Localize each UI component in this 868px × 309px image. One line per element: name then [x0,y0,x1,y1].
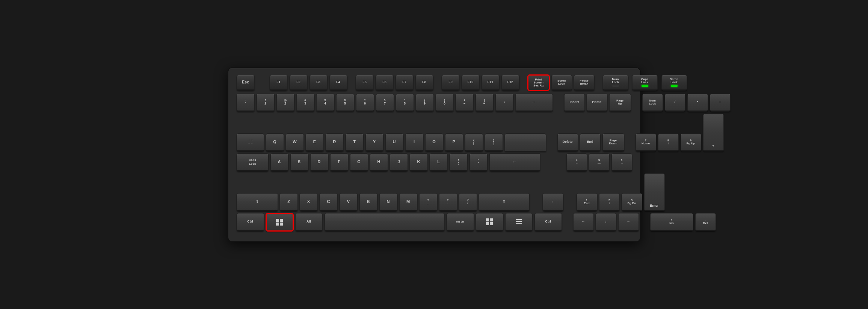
left-alt-key[interactable]: Alt [295,213,323,231]
delete-key[interactable]: Delete [557,133,578,151]
slash-key[interactable]: ? / [459,193,477,211]
0-key[interactable]: ) 0 [436,94,454,112]
open-bracket-key[interactable]: { [ [465,133,483,151]
right-win-key[interactable] [476,213,503,231]
backtick-key[interactable]: ~ ` [237,94,255,112]
f4-key[interactable]: F4 [329,75,347,91]
page-up-key[interactable]: Page Up [609,94,631,112]
page-down-key[interactable]: Page Down [602,133,624,151]
numpad-enter-key[interactable]: Enter [644,173,665,211]
6-key[interactable]: ^ 6 [356,94,374,112]
g-key[interactable]: G [350,153,368,171]
numpad-7-key[interactable]: 7 Home [636,133,656,151]
alt-gr-key[interactable]: Alt Gr [447,213,474,231]
numpad-plus-key[interactable]: + [703,114,724,151]
7-key[interactable]: & 7 [376,94,394,112]
numpad-8-key[interactable]: 8 ↑ [658,133,679,151]
right-ctrl-key[interactable]: Ctrl [534,213,562,231]
f8-key[interactable]: F8 [415,75,433,91]
2-key[interactable]: @ 2 [276,94,294,112]
9-key[interactable]: ( 9 [416,94,434,112]
esc-key[interactable]: Esc [237,75,255,91]
right-shift-key[interactable]: ⇧ [479,193,530,211]
numpad-6-key[interactable]: 6 → [611,153,632,171]
f-key[interactable]: F [330,153,348,171]
t-key[interactable]: T [346,133,364,151]
numpad-minus-key[interactable]: – [710,94,731,112]
menu-key[interactable] [505,213,533,231]
o-key[interactable]: O [425,133,443,151]
scroll-lock-indicator-key[interactable]: Scroll Lock [661,75,687,91]
l-key[interactable]: L [430,153,448,171]
numpad-5-key[interactable]: 5 — [589,153,610,171]
num-lock-indicator-key[interactable]: Num Lock [603,75,628,91]
quote-key[interactable]: " ' [469,153,488,171]
right-arrow-key[interactable]: → [618,213,639,231]
numpad-1-key[interactable]: 1 End [577,193,597,211]
backslash-key[interactable]: \ [495,94,513,112]
numpad-slash-key[interactable]: / [665,94,685,112]
pause-key[interactable]: Pause Break [574,75,595,91]
a-key[interactable]: A [270,153,288,171]
numpad-multiply-key[interactable]: * [687,94,708,112]
f10-key[interactable]: F10 [462,75,480,91]
q-key[interactable]: Q [266,133,284,151]
close-bracket-key[interactable]: } ] [485,133,503,151]
caps-lock-key[interactable]: Caps Lock [237,153,269,171]
insert-key[interactable]: Insert [564,94,585,112]
home-key[interactable]: Home [587,94,607,112]
space-key[interactable] [325,213,445,231]
f7-key[interactable]: F7 [396,75,414,91]
left-arrow-key[interactable]: ← [573,213,594,231]
h-key[interactable]: H [370,153,388,171]
numpad-dot-key[interactable]: . Del [695,213,716,231]
b-key[interactable]: B [359,193,377,211]
f1-key[interactable]: F1 [270,75,288,91]
left-win-key[interactable] [266,213,293,231]
f3-key[interactable]: F3 [309,75,328,91]
numpad-3-key[interactable]: 3 Pg Dn [622,193,642,211]
r-key[interactable]: R [326,133,344,151]
x-key[interactable]: X [300,193,318,211]
w-key[interactable]: W [286,133,304,151]
3-key[interactable]: # 3 [296,94,314,112]
backspace-key[interactable]: ← [515,94,553,112]
up-arrow-key[interactable]: ↑ [543,193,563,211]
5-key[interactable]: % 5 [336,94,354,112]
p-key[interactable]: P [445,133,463,151]
e-key[interactable]: E [306,133,324,151]
minus-key[interactable]: + – [456,94,474,112]
semicolon-key[interactable]: : ; [450,153,468,171]
enter-top-key[interactable] [505,133,546,151]
end-key[interactable]: End [580,133,601,151]
numpad-numlock-key[interactable]: Num Lock [642,94,663,112]
period-key[interactable]: > . [439,193,457,211]
numpad-0-key[interactable]: 0 Ins [650,213,693,231]
u-key[interactable]: U [385,133,403,151]
left-ctrl-key[interactable]: Ctrl [237,213,264,231]
print-screen-key[interactable]: Print Screen Sys Rq [528,75,549,91]
f6-key[interactable]: F6 [376,75,394,91]
f9-key[interactable]: F9 [442,75,460,91]
8-key[interactable]: * 8 [396,94,414,112]
n-key[interactable]: N [379,193,397,211]
f5-key[interactable]: F5 [356,75,374,91]
c-key[interactable]: C [320,193,338,211]
v-key[interactable]: V [340,193,358,211]
f11-key[interactable]: F11 [482,75,500,91]
numpad-9-key[interactable]: 9 Pg Up [681,133,701,151]
numpad-2-key[interactable]: 2 ↓ [599,193,620,211]
y-key[interactable]: Y [365,133,383,151]
s-key[interactable]: S [290,153,308,171]
k-key[interactable]: K [410,153,428,171]
left-shift-key[interactable]: ⇧ [237,193,278,211]
d-key[interactable]: D [310,153,328,171]
z-key[interactable]: Z [280,193,298,211]
caps-lock-indicator-key[interactable]: Caps Lock [632,75,658,91]
scroll-lock-key[interactable]: Scroll Lock [551,75,572,91]
down-arrow-key[interactable]: ↓ [596,213,616,231]
equals-key[interactable]: | = [476,94,494,112]
1-key[interactable]: ! 1 [257,94,275,112]
enter-key[interactable]: ← [489,153,540,171]
m-key[interactable]: M [399,193,417,211]
